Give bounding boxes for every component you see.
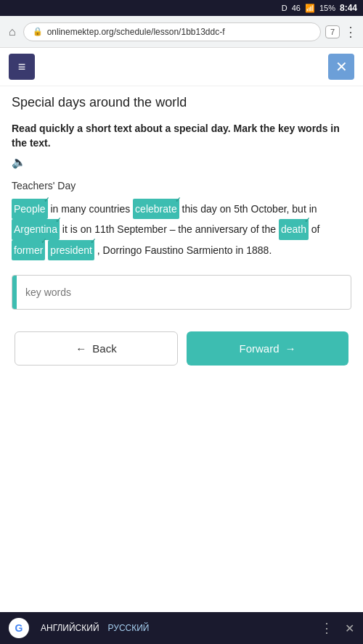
- text-segment-2: this day on 5th October, but in: [182, 203, 317, 215]
- lang-english-button[interactable]: АНГЛИЙСКИЙ: [41, 623, 99, 633]
- browser-bar: ⌂ 🔒 onlinemektep.org/schedule/lesson/1bb…: [0, 16, 363, 48]
- home-button[interactable]: ⌂: [6, 22, 19, 41]
- back-button[interactable]: ← Back: [15, 331, 178, 366]
- highlight-death[interactable]: death: [279, 219, 309, 240]
- tab-count[interactable]: 7: [325, 25, 340, 38]
- language-switcher: АНГЛИЙСКИЙ РУССКИЙ: [41, 623, 309, 633]
- keywords-input[interactable]: [17, 281, 351, 304]
- signal-strength: 46: [292, 4, 301, 12]
- highlight-argentina[interactable]: Argentina: [12, 219, 60, 240]
- instruction-text: Read quickly a short text about a specia…: [12, 122, 351, 171]
- text-body: People in many countries celebrate this …: [12, 199, 351, 261]
- lock-icon: 🔒: [33, 27, 43, 36]
- keywords-section[interactable]: [12, 275, 351, 310]
- signal-bars: 📶: [305, 4, 315, 13]
- status-bar: D 46 📶 15% 8:44: [0, 0, 363, 16]
- highlight-president[interactable]: president: [48, 240, 94, 261]
- nav-buttons: ← Back Forward →: [12, 331, 351, 366]
- text-segment-3: it is on 11th September – the anniversar…: [62, 223, 279, 235]
- text-segment-6: , Dorringo Faustino Sarmiento in 1888.: [97, 244, 272, 256]
- browser-menu-icon[interactable]: ⋮: [344, 24, 357, 40]
- text-segment-4: of: [311, 223, 320, 235]
- status-indicator: D: [282, 4, 287, 12]
- bottom-bar: G АНГЛИЙСКИЙ РУССКИЙ ⋮ ✕: [0, 612, 363, 644]
- text-segment-1: in many countries: [50, 203, 133, 215]
- menu-button[interactable]: ≡: [9, 54, 35, 80]
- bottom-menu-icon[interactable]: ⋮: [320, 620, 333, 636]
- content-area: ≡ ✕ Special days around the world Read q…: [0, 48, 363, 377]
- back-label: Back: [92, 342, 116, 355]
- highlight-people[interactable]: People: [12, 199, 48, 220]
- bottom-close-icon[interactable]: ✕: [345, 622, 354, 635]
- forward-button[interactable]: Forward →: [187, 331, 348, 366]
- url-bar[interactable]: 🔒 onlinemektep.org/schedule/lesson/1bb13…: [23, 22, 321, 41]
- battery-level: 15%: [319, 4, 335, 12]
- forward-label: Forward: [239, 342, 279, 355]
- close-button[interactable]: ✕: [328, 54, 354, 80]
- top-toolbar: ≡ ✕: [0, 48, 363, 86]
- page-content: Special days around the world Read quick…: [0, 86, 363, 377]
- forward-arrow-icon: →: [285, 342, 296, 355]
- page-title: Special days around the world: [12, 95, 351, 110]
- lesson-title: Teachers' Day: [12, 180, 351, 191]
- speaker-icon[interactable]: 🔈: [12, 154, 26, 170]
- back-arrow-icon: ←: [76, 342, 86, 355]
- url-text: onlinemektep.org/schedule/lesson/1bb13dd…: [47, 27, 225, 37]
- current-time: 8:44: [340, 3, 357, 13]
- google-icon: G: [9, 618, 29, 638]
- highlight-former[interactable]: former: [12, 240, 45, 261]
- highlight-celebrate[interactable]: celebrate: [133, 199, 179, 220]
- lang-russian-button[interactable]: РУССКИЙ: [108, 623, 150, 633]
